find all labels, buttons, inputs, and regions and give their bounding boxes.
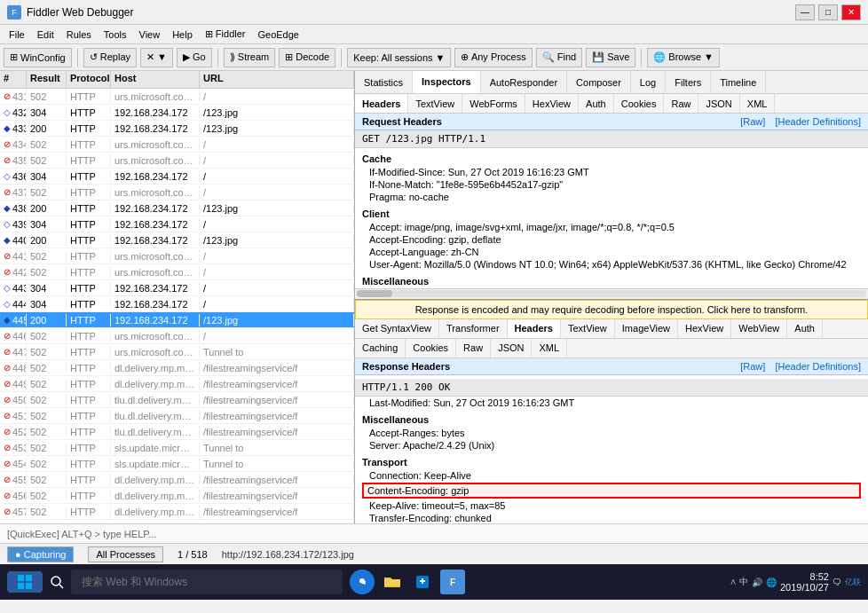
resp-tab-imageview[interactable]: ImageView — [615, 319, 678, 338]
resp-tab-auth[interactable]: Auth — [787, 319, 823, 338]
resp-raw-link[interactable]: [Raw] — [740, 361, 765, 372]
winconfig-button[interactable]: ⊞ WinConfig — [4, 48, 72, 67]
resp-tab-textview[interactable]: TextView — [561, 319, 615, 338]
table-row[interactable]: ⊘ 452 502 HTTP tlu.dl.delivery.mp.m... /… — [0, 424, 354, 440]
tab-timeline[interactable]: Timeline — [711, 71, 766, 93]
resp-tab-transformer[interactable]: Transformer — [439, 319, 508, 338]
tab-filters[interactable]: Filters — [666, 71, 711, 93]
taskbar-edge-icon[interactable] — [350, 570, 375, 594]
browse-button[interactable]: 🌐 Browse ▼ — [647, 48, 720, 67]
taskbar-folder-icon[interactable] — [380, 570, 405, 594]
table-row[interactable]: ⊘ 437 502 HTTP urs.microsoft.com:44... / — [0, 185, 354, 200]
menu-file[interactable]: File — [4, 28, 30, 42]
menu-fiddler[interactable]: ⊞ Fiddler — [200, 27, 251, 42]
request-scrollbar-h[interactable] — [355, 288, 868, 299]
taskbar-search-input[interactable] — [71, 570, 343, 594]
table-row[interactable]: ◇ 443 304 HTTP 192.168.234.172 / — [0, 280, 354, 296]
table-row[interactable]: ◆ 440 200 HTTP 192.168.234.172 /123.jpg — [0, 232, 354, 248]
tray-icons: ∧ 中 — [730, 576, 748, 588]
table-row[interactable]: ◆ 438 200 HTTP 192.168.234.172 /123.jpg — [0, 200, 354, 216]
table-row[interactable]: ⊘ 458 502 HTTP tlu.dl.delivery.mp.m... /… — [0, 520, 354, 523]
table-row[interactable]: ⊘ 448 502 HTTP dl.delivery.mp.micr... /f… — [0, 360, 354, 376]
header-defs-link[interactable]: [Header Definitions] — [775, 116, 861, 127]
req-tab-hexview[interactable]: HexView — [525, 94, 579, 113]
table-row[interactable]: ◆ 433 200 HTTP 192.168.234.172 /123.jpg — [0, 121, 354, 137]
tab-composer[interactable]: Composer — [567, 71, 631, 93]
speaker-icon[interactable]: 🔊 — [752, 578, 762, 587]
table-row[interactable]: ⊘ 442 502 HTTP urs.microsoft.com:44... / — [0, 264, 354, 280]
resp-tab-raw[interactable]: Raw — [456, 339, 491, 358]
close-button[interactable]: ✕ — [841, 4, 861, 20]
find-button[interactable]: 🔍 Find — [536, 48, 582, 67]
network-icon[interactable]: 🌐 — [766, 578, 777, 587]
start-button[interactable] — [7, 571, 43, 593]
taskbar-time: 8:52 2019/10/27 — [780, 571, 829, 593]
save-button[interactable]: 💾 Save — [586, 48, 635, 67]
req-tab-webforms[interactable]: WebForms — [462, 94, 525, 113]
table-row[interactable]: ⊘ 441 502 HTTP urs.microsoft.com:44... / — [0, 248, 354, 264]
table-row[interactable]: ◇ 436 304 HTTP 192.168.234.172 / — [0, 169, 354, 185]
any-process-button[interactable]: ⊕ Any Process — [454, 48, 532, 67]
transform-bar[interactable]: Response is encoded and may require deco… — [355, 300, 868, 319]
minimize-button[interactable]: — — [795, 4, 815, 20]
req-tab-auth[interactable]: Auth — [579, 94, 614, 113]
table-row[interactable]: ⊘ 454 502 HTTP sls.update.microsoft.... … — [0, 456, 354, 472]
table-row[interactable]: ⊘ 434 502 HTTP urs.microsoft.com:44... / — [0, 137, 354, 153]
resp-tab-hexview[interactable]: HexView — [678, 319, 731, 338]
decode-button[interactable]: ⊞ Decode — [279, 48, 335, 67]
row-icon: ⊘ — [4, 411, 11, 420]
req-tab-json[interactable]: JSON — [698, 94, 739, 113]
req-tab-xml[interactable]: XML — [740, 94, 776, 113]
table-row[interactable]: ⊘ 456 502 HTTP dl.delivery.mp.micr... /f… — [0, 488, 354, 504]
table-row[interactable]: ⊘ 457 502 HTTP dl.delivery.mp.micr... /f… — [0, 504, 354, 520]
resp-tab-caching[interactable]: Caching — [355, 339, 406, 358]
table-row[interactable]: ◆ 445 200 HTTP 192.168.234.172 /123.jpg — [0, 312, 354, 328]
table-row[interactable]: ◇ 439 304 HTTP 192.168.234.172 / — [0, 216, 354, 232]
resp-header-defs-link[interactable]: [Header Definitions] — [775, 361, 861, 372]
req-tab-textview[interactable]: TextView — [408, 94, 462, 113]
menu-edit[interactable]: Edit — [32, 28, 59, 42]
table-row[interactable]: ⊘ 435 502 HTTP urs.microsoft.com:44... / — [0, 153, 354, 169]
table-row[interactable]: ⊘ 447 502 HTTP urs.microsoft.com:44... T… — [0, 344, 354, 360]
resp-tab-cookies[interactable]: Cookies — [406, 339, 456, 358]
table-row[interactable]: ⊘ 450 502 HTTP tlu.dl.delivery.mp.m... /… — [0, 392, 354, 408]
replay-button[interactable]: ↺ Replay — [83, 48, 137, 67]
taskbar-fiddler-icon[interactable]: F — [440, 570, 465, 594]
stream-button[interactable]: ⟫ Stream — [224, 48, 276, 67]
menu-tools[interactable]: Tools — [99, 28, 132, 42]
raw-link[interactable]: [Raw] — [740, 116, 765, 127]
resp-tab-syntaxview[interactable]: Get SyntaxView — [355, 319, 439, 338]
menu-geoedge[interactable]: GeoEdge — [252, 28, 304, 42]
req-tab-cookies[interactable]: Cookies — [614, 94, 665, 113]
go-button[interactable]: ▶ Go — [177, 48, 212, 67]
all-processes-tab[interactable]: All Processes — [88, 546, 163, 562]
maximize-button[interactable]: □ — [818, 4, 838, 20]
capturing-tab[interactable]: ● Capturing — [7, 546, 74, 562]
table-row[interactable]: ⊘ 431 502 HTTP urs.microsoft.com:4... / — [0, 89, 354, 105]
resp-tab-xml[interactable]: XML — [532, 339, 567, 358]
resp-tab-json[interactable]: JSON — [491, 339, 532, 358]
menu-help[interactable]: Help — [167, 28, 198, 42]
req-tab-raw[interactable]: Raw — [664, 94, 698, 113]
table-row[interactable]: ◇ 432 304 HTTP 192.168.234.172 /123.jpg — [0, 105, 354, 121]
table-row[interactable]: ⊘ 449 502 HTTP dl.delivery.mp.micr... /f… — [0, 376, 354, 392]
tab-statistics[interactable]: Statistics — [355, 71, 413, 93]
client-group: Client Accept: image/png, image/svg+xml,… — [355, 207, 868, 271]
table-row[interactable]: ⊘ 446 502 HTTP urs.microsoft.com:44... / — [0, 328, 354, 344]
table-row[interactable]: ⊘ 455 502 HTTP dl.delivery.mp.micr... /f… — [0, 472, 354, 488]
table-row[interactable]: ⊘ 451 502 HTTP tlu.dl.delivery.mp.m... /… — [0, 408, 354, 424]
table-row[interactable]: ◇ 444 304 HTTP 192.168.234.172 / — [0, 296, 354, 312]
req-tab-headers[interactable]: Headers — [355, 94, 408, 113]
tab-inspectors[interactable]: Inspectors — [413, 71, 481, 93]
table-row[interactable]: ⊘ 453 502 HTTP sls.update.microsoft.... … — [0, 440, 354, 456]
resp-tab-headers[interactable]: Headers — [508, 319, 561, 338]
tab-log[interactable]: Log — [631, 71, 666, 93]
keep-sessions-button[interactable]: Keep: All sessions ▼ — [347, 48, 451, 67]
actions-button[interactable]: ✕ ▼ — [140, 48, 173, 67]
tab-autoresponder[interactable]: AutoResponder — [481, 71, 567, 93]
taskbar-store-icon[interactable] — [410, 570, 435, 594]
menu-rules[interactable]: Rules — [61, 28, 97, 42]
menu-view[interactable]: View — [134, 28, 166, 42]
resp-tab-webview[interactable]: WebView — [731, 319, 787, 338]
notification-icon[interactable]: 🗨 — [832, 578, 841, 587]
